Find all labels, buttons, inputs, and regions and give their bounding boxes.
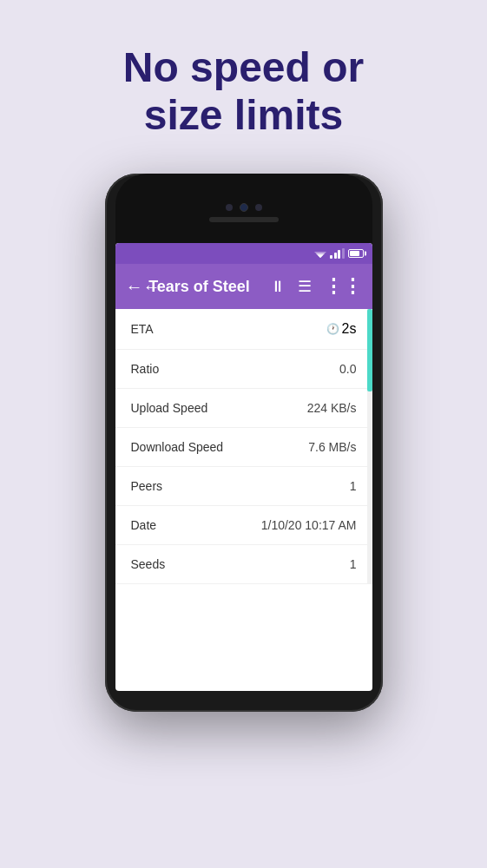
camera-area (226, 203, 262, 212)
label-download-speed: Download Speed (131, 440, 224, 454)
value-ratio: 0.0 (339, 362, 356, 376)
label-upload-speed: Upload Speed (131, 401, 208, 415)
label-seeds: Seeds (131, 557, 166, 571)
more-button[interactable]: ⋮ (324, 275, 362, 298)
table-row: Peers 1 (115, 467, 372, 506)
label-eta: ETA (131, 322, 154, 336)
clock-icon: 🕐 (326, 323, 339, 335)
speaker-bar (209, 217, 279, 222)
label-peers: Peers (131, 479, 163, 493)
content-area: ETA 🕐 2s Ratio 0.0 Upload Speed 224 KB/s (115, 309, 372, 584)
battery-fill (350, 251, 359, 256)
status-bar (115, 243, 372, 264)
value-download-speed: 7.6 MB/s (308, 440, 356, 454)
table-row: ETA 🕐 2s (115, 309, 372, 350)
camera-lens (240, 203, 248, 212)
svg-marker-2 (318, 255, 323, 258)
scrollbar[interactable] (367, 309, 372, 584)
signal-bar-4 (342, 248, 345, 259)
wifi-icon (314, 248, 326, 259)
app-toolbar: ← Tears of Steel ⋮ (115, 264, 372, 309)
toolbar-title: Tears of Steel (140, 278, 260, 296)
phone-top-bezel (115, 174, 372, 243)
value-upload-speed: 224 KB/s (307, 401, 357, 415)
battery-icon (348, 249, 364, 258)
eta-text: 2s (342, 321, 357, 337)
phone-mockup: ← Tears of Steel ⋮ ETA 🕐 2s (105, 174, 383, 712)
value-seeds: 1 (350, 557, 357, 571)
label-date: Date (131, 518, 157, 532)
camera-dot-left (226, 204, 233, 211)
scrollbar-fill (367, 309, 372, 391)
toolbar-actions: ⋮ (270, 275, 362, 298)
camera-dot-right (255, 204, 262, 211)
table-row: Ratio 0.0 (115, 350, 372, 389)
signal-bar-3 (338, 250, 340, 259)
signal-icon (330, 248, 345, 259)
table-row: Upload Speed 224 KB/s (115, 389, 372, 428)
phone-screen: ← Tears of Steel ⋮ ETA 🕐 2s (115, 243, 372, 691)
table-row: Date 1/10/20 10:17 AM (115, 506, 372, 545)
label-ratio: Ratio (131, 362, 160, 376)
page-headline: No speed or size limits (89, 43, 398, 139)
table-row: Seeds 1 (115, 545, 372, 584)
list-button[interactable] (298, 277, 312, 296)
signal-bar-2 (334, 253, 337, 259)
signal-bar-1 (330, 255, 332, 259)
pause-button[interactable] (270, 278, 286, 296)
table-row: Download Speed 7.6 MB/s (115, 428, 372, 467)
value-eta: 🕐 2s (326, 321, 357, 337)
value-peers: 1 (350, 479, 357, 493)
value-date: 1/10/20 10:17 AM (261, 518, 357, 532)
phone-body: ← Tears of Steel ⋮ ETA 🕐 2s (105, 174, 383, 712)
